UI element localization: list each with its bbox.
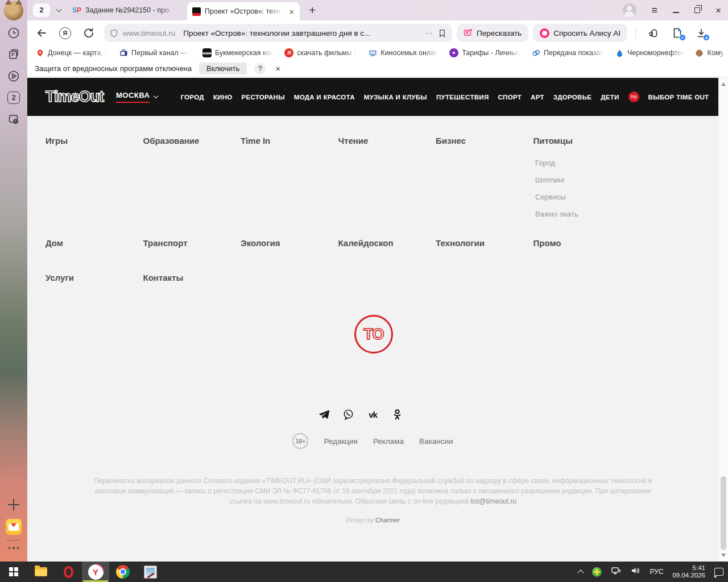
minimize-button[interactable] <box>673 12 679 13</box>
yandex-home-button[interactable]: Я <box>59 27 71 39</box>
bookmark-icon[interactable] <box>438 29 446 38</box>
sublink-vazhno-znat[interactable]: Важно знать <box>535 210 578 218</box>
sidebar-more-icon[interactable] <box>7 547 20 549</box>
new-tab-button[interactable]: + <box>309 3 316 17</box>
sublink-servisy[interactable]: Сервисы <box>535 193 578 201</box>
bookmark-item[interactable]: Донецк — карта, ч <box>35 48 108 57</box>
link-redakciya[interactable]: Редакция <box>324 437 358 446</box>
tab-inactive[interactable]: SP Задание №2942150 - про <box>72 6 179 14</box>
nav-gorod[interactable]: ГОРОД <box>180 94 204 101</box>
yandex-mail-icon[interactable] <box>6 519 22 535</box>
footer-link-kaleydoskop[interactable]: Калейдоскоп <box>338 238 436 248</box>
url-text[interactable]: www.timeout.ru <box>123 29 175 38</box>
opera-button[interactable] <box>55 562 82 582</box>
footer-link-biznes[interactable]: Бизнес <box>436 136 533 146</box>
bookmark-item[interactable]: Первый канал — с <box>119 48 192 57</box>
address-more-icon[interactable]: ⋯ <box>425 28 433 38</box>
document-check-icon[interactable]: ✓ <box>671 27 684 39</box>
profile-avatar[interactable] <box>4 1 23 20</box>
bookmark-item[interactable]: Кому <box>695 48 724 57</box>
nav-art[interactable]: АРТ <box>531 94 544 101</box>
sublink-shopping[interactable]: Шоппинг <box>535 176 578 184</box>
nav-deti[interactable]: ДЕТИ <box>601 94 619 101</box>
viber-icon[interactable] <box>342 408 355 421</box>
tab-counter[interactable]: 2 <box>33 3 50 17</box>
footer-link-ekologiya[interactable]: Экология <box>241 238 338 248</box>
nav-vybor-timeout[interactable]: ВЫБОР TIME OUT <box>648 94 709 101</box>
refresh-button[interactable] <box>82 27 95 39</box>
chrome-button[interactable] <box>109 562 136 582</box>
scroll-up-icon[interactable] <box>721 82 726 86</box>
action-center-icon[interactable] <box>714 568 723 576</box>
bookmark-item[interactable]: Тарифы - Личный <box>449 48 520 57</box>
footer-link-transport[interactable]: Транспорт <box>143 238 241 248</box>
scrollbar-thumb[interactable] <box>721 476 726 550</box>
back-button[interactable] <box>35 27 48 39</box>
vk-icon[interactable]: vk <box>367 408 379 421</box>
nav-zdorovie[interactable]: ЗДОРОВЬЕ <box>553 94 592 101</box>
footer-link-igry[interactable]: Игры <box>46 136 143 146</box>
network-icon[interactable] <box>611 566 621 578</box>
bookmark-item[interactable]: Киносемья онлай <box>368 48 439 57</box>
tab-active[interactable]: Проект «Остров»: техн × <box>187 2 300 20</box>
footer-link-kontakty[interactable]: Контакты <box>143 273 241 282</box>
timeout-logo[interactable]: TimeOut <box>46 88 104 106</box>
page-scrollbar[interactable] <box>718 78 728 562</box>
nav-sport[interactable]: СПОРТ <box>498 94 522 101</box>
email-link[interactable]: list@timeout.ru <box>471 497 516 505</box>
help-icon[interactable]: ? <box>254 63 266 74</box>
telegram-icon[interactable] <box>318 408 330 421</box>
bookmark-item[interactable]: Передача показан <box>531 48 604 57</box>
retell-button[interactable]: Пересказать <box>457 24 528 42</box>
file-explorer-button[interactable] <box>27 562 55 582</box>
start-button[interactable] <box>0 562 27 582</box>
extension-icon[interactable] <box>647 27 660 39</box>
history-icon[interactable] <box>7 27 20 39</box>
charmer-link[interactable]: Charmer <box>375 517 400 523</box>
sublink-gorod[interactable]: Город <box>535 159 578 167</box>
language-indicator[interactable]: РУС <box>650 568 663 576</box>
downloads-button[interactable]: 4 <box>695 27 708 39</box>
restore-button[interactable] <box>694 7 700 13</box>
nav-muzyka[interactable]: МУЗЫКА И КЛУБЫ <box>364 94 427 101</box>
address-bar[interactable]: www.timeout.ru Проект «Остров»: технолог… <box>104 24 452 42</box>
feed-icon[interactable] <box>7 48 20 61</box>
footer-link-obrazovanie[interactable]: Образование <box>143 136 241 146</box>
antivirus-tray-icon[interactable] <box>592 567 602 577</box>
nav-restorany[interactable]: РЕСТОРАНЫ <box>242 94 285 101</box>
footer-link-pitomcy[interactable]: Питомцы <box>533 136 631 146</box>
bookmark-item[interactable]: Черноморнефтег <box>615 48 684 57</box>
link-reklama[interactable]: Реклама <box>373 437 404 446</box>
tabs-counter-icon[interactable]: 2 <box>7 92 20 104</box>
video-icon[interactable] <box>7 70 20 82</box>
yandex-browser-button[interactable]: Y <box>82 562 109 582</box>
nav-puteshestviya[interactable]: ПУТЕШЕСТВИЯ <box>436 94 489 101</box>
enable-protection-button[interactable]: Включить <box>199 63 247 74</box>
nav-moda[interactable]: МОДА И КРАСОТА <box>294 94 355 101</box>
footer-link-timein[interactable]: Time In <box>241 136 338 146</box>
tab-close-icon[interactable]: × <box>288 7 295 16</box>
footer-link-chtenie[interactable]: Чтение <box>338 136 436 146</box>
tray-expand-icon[interactable] <box>578 569 584 576</box>
browser-menu-icon[interactable]: ≡ <box>652 5 658 15</box>
zen-icon[interactable] <box>416 408 428 421</box>
footer-link-dom[interactable]: Дом <box>46 238 143 248</box>
sidebar-add-icon[interactable] <box>7 498 20 511</box>
odnoklassniki-icon[interactable] <box>391 408 404 421</box>
bookmark-item[interactable]: www Букмекерская кон <box>202 48 274 57</box>
tabs-dropdown-icon[interactable] <box>56 6 62 12</box>
footer-link-uslugi[interactable]: Услуги <box>46 273 143 282</box>
scroll-down-icon[interactable] <box>721 554 726 557</box>
nav-kino[interactable]: КИНО <box>213 94 233 101</box>
warning-close-icon[interactable]: × <box>275 64 280 73</box>
city-selector[interactable]: МОСКВА <box>116 91 158 103</box>
window-close-button[interactable]: × <box>715 6 721 15</box>
link-vakansii[interactable]: Вакансии <box>419 437 453 446</box>
paint-button[interactable] <box>136 562 164 582</box>
screenshot-icon[interactable] <box>7 113 20 126</box>
bookmark-item[interactable]: Я скачать фильмы 2 <box>284 48 357 57</box>
footer-link-promo[interactable]: Промо <box>533 238 631 248</box>
browser-profile-icon[interactable] <box>623 3 636 17</box>
footer-link-tehnologii[interactable]: Технологии <box>436 238 533 248</box>
clock[interactable]: 5:4109.04.2026 <box>672 564 705 579</box>
